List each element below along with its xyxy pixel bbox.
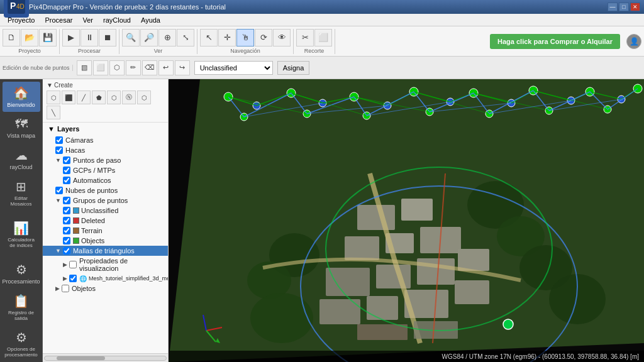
create-title[interactable]: ▼ Create [47, 82, 164, 89]
layer-auto-check[interactable] [63, 177, 70, 184]
toolbar-section-recorte: ✂ ⬜ Recorte [296, 29, 335, 54]
create-tool-3[interactable]: ⬟ [92, 90, 106, 104]
nav-btn5[interactable]: 👁 [273, 29, 291, 47]
sidebar-item-raycloud[interactable]: ☁ rayCloud [3, 144, 40, 174]
process-btn3[interactable]: ⏹ [99, 29, 116, 47]
assign-button[interactable]: Asigna [277, 61, 310, 75]
close-button[interactable]: ✕ [630, 3, 640, 11]
minimize-button[interactable]: — [608, 3, 618, 11]
sidebar-item-bienvenido[interactable]: 🏠 Bienvenido [3, 82, 40, 112]
pc-toolbar-label: Edición de nube de puntos [3, 65, 73, 71]
process-btn1[interactable]: ▶ [62, 29, 80, 47]
user-icon[interactable]: 👤 [626, 34, 641, 49]
layer-objects[interactable]: Objects [43, 236, 168, 246]
create-tool-7[interactable]: ╲ [47, 106, 60, 119]
menu-proyecto[interactable]: Proyecto [3, 15, 40, 25]
layer-grupos-check[interactable] [63, 197, 70, 204]
sidebar-proc-label: Procesamiento [2, 278, 40, 285]
sidebar-item-registro[interactable]: 📋 Registro desalida [3, 290, 40, 325]
layer-terrain-label: Terrain [81, 227, 103, 234]
layer-hacas-check[interactable] [55, 146, 63, 154]
classification-dropdown[interactable]: Unclassified Ground Low Vegetation Mediu… [194, 61, 273, 75]
create-tool-6[interactable]: ⬡ [137, 90, 151, 104]
nav-btn4[interactable]: ⟳ [255, 29, 272, 47]
menu-raycloud[interactable]: rayCloud [98, 15, 136, 25]
layer-gcps[interactable]: GCPs / MTPs [43, 165, 168, 175]
create-tool-1[interactable]: ⬛ [62, 90, 75, 104]
maximize-button[interactable]: □ [619, 3, 629, 11]
pc-brush-btn[interactable]: ✏ [126, 60, 141, 75]
layers-arrow-icon: ▼ [48, 125, 55, 133]
menu-procesar[interactable]: Procesar [40, 15, 77, 25]
toolbar-proyecto-label: Proyecto [18, 48, 41, 54]
recorte-btn2[interactable]: ⬜ [314, 29, 332, 47]
layer-puntos-paso-label: Puntos de paso [73, 156, 121, 164]
layer-scrollbar[interactable] [43, 353, 168, 362]
pc-undo-btn[interactable]: ↩ [158, 60, 174, 75]
pc-redo-btn[interactable]: ↪ [175, 60, 190, 75]
open-project-button[interactable]: 📂 [21, 29, 38, 47]
layer-nubes-check[interactable] [55, 187, 63, 194]
layer-puntos-paso[interactable]: ▼ Puntos de paso [43, 155, 168, 165]
layer-deleted-label: Deleted [81, 217, 105, 224]
save-project-button[interactable]: 💾 [39, 29, 57, 47]
pc-rect-btn[interactable]: ⬜ [93, 60, 108, 75]
layer-mallas-check[interactable] [63, 247, 70, 255]
layers-header[interactable]: ▼ Layers [43, 123, 168, 135]
pc-eraser-btn[interactable]: ⌫ [142, 60, 157, 75]
layer-camaras-check[interactable] [55, 136, 63, 144]
layer-prop-viz-check[interactable] [69, 261, 77, 268]
layer-nubes[interactable]: Nubes de puntos [43, 185, 168, 195]
layer-hacas[interactable]: Hacas [43, 145, 168, 155]
viewport-bg [169, 79, 644, 362]
layer-unclass-check[interactable] [63, 207, 70, 214]
layer-deleted-check[interactable] [63, 217, 70, 224]
sidebar-item-procesamiento[interactable]: ⚙ Procesamiento [3, 258, 40, 288]
create-tool-5[interactable]: Ⓝ [122, 90, 136, 104]
status-bar: WGS84 / UTM zone 17N (egm96) - (600913.5… [169, 351, 644, 362]
layer-automaticos[interactable]: Automaticos [43, 175, 168, 185]
recorte-btn1[interactable]: ✂ [296, 29, 314, 47]
layer-puntos-paso-check[interactable] [63, 156, 70, 164]
layer-objetos[interactable]: ▶ Objetos [43, 283, 168, 293]
view-btn3[interactable]: ⊕ [158, 29, 176, 47]
toolbar-procesar-label: Procesar [78, 48, 101, 54]
layer-unclassified[interactable]: Unclassified [43, 206, 168, 216]
menu-ayuda[interactable]: Ayuda [136, 15, 165, 25]
layer-gcps-check[interactable] [63, 167, 70, 174]
layer-objects-check[interactable] [63, 237, 70, 244]
sidebar-item-editar-mosaicos[interactable]: ⊞ EditarMosaicos [3, 175, 40, 211]
layer-mesh-tutoriel[interactable]: ▶ 🌐 Mesh_tutoriel_simplified_3d_me [43, 273, 168, 283]
menu-ver[interactable]: Ver [77, 15, 98, 25]
pc-poly-btn[interactable]: ⬡ [109, 60, 125, 75]
nav-btn1[interactable]: ↖ [200, 29, 218, 47]
pc-select-btn[interactable]: ▧ [77, 60, 92, 75]
sidebar-item-opciones[interactable]: ⚙ Opciones deprocesamiento [3, 326, 40, 361]
sidebar-item-calculadora[interactable]: 📊 Calculadorade índices [3, 217, 40, 252]
toolbar-section-navegacion: ↖ ✛ 🖱 ⟳ 👁 Navegación [200, 29, 294, 54]
view-btn2[interactable]: 🔎 [140, 29, 158, 47]
layer-prop-viz[interactable]: ▶ Propiedades de visualizacion [43, 256, 168, 273]
new-project-button[interactable]: 🗋 [3, 29, 20, 47]
create-tool-2[interactable]: ╱ [77, 90, 91, 104]
nav-btn3[interactable]: 🖱 [236, 29, 254, 47]
layer-camaras[interactable]: Cámaras [43, 135, 168, 145]
layer-objetos-check[interactable] [62, 285, 69, 292]
layer-scrollbar-thumb[interactable] [57, 356, 105, 360]
layer-terrain-check[interactable] [63, 227, 70, 234]
view-btn1[interactable]: 🔍 [122, 29, 140, 47]
layer-mallas[interactable]: ▼ Mallas de triángulos [43, 246, 168, 256]
3d-viewport[interactable]: WGS84 / UTM zone 17N (egm96) - (600913.5… [169, 79, 644, 362]
process-btn2[interactable]: ⏸ [80, 29, 98, 47]
create-tool-4[interactable]: ⬡ [107, 90, 121, 104]
layer-terrain[interactable]: Terrain [43, 226, 168, 236]
sidebar-bienvenido-label: Bienvenido [7, 102, 35, 108]
layer-deleted[interactable]: Deleted [43, 216, 168, 226]
nav-btn2[interactable]: ✛ [218, 29, 236, 47]
view-btn4[interactable]: ⤡ [177, 29, 194, 47]
buy-button[interactable]: Haga click para Comprar o Alquilar [490, 34, 620, 49]
create-tool-0[interactable]: ⬡ [47, 90, 60, 104]
layer-mesh-check[interactable] [69, 275, 77, 282]
sidebar-item-vista-mapa[interactable]: 🗺 Vista mapa [3, 113, 40, 143]
layer-grupos[interactable]: ▼ Grupos de puntos [43, 195, 168, 206]
